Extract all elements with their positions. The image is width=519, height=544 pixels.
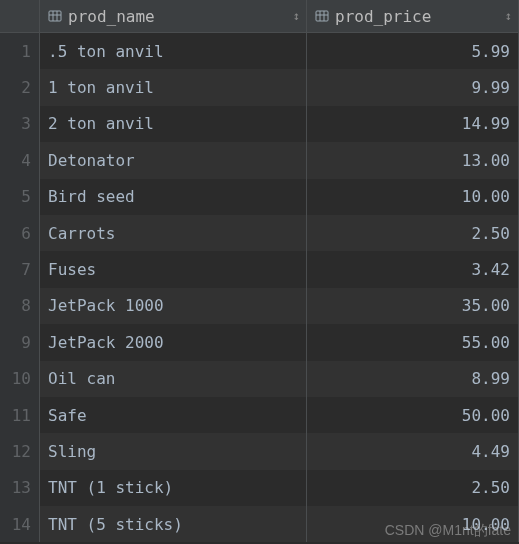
- cell-value: 55.00: [462, 333, 510, 352]
- row-number: 7: [0, 251, 40, 287]
- row-number: 1: [0, 33, 40, 69]
- cell-prod-name[interactable]: Safe: [40, 397, 307, 433]
- cell-prod-price[interactable]: 14.99: [307, 106, 519, 142]
- cell-value: 10.00: [462, 515, 510, 534]
- cell-prod-price[interactable]: 8.99: [307, 361, 519, 397]
- cell-prod-name[interactable]: TNT (5 sticks): [40, 506, 307, 542]
- cell-value: TNT (1 stick): [48, 478, 173, 497]
- cell-value: 4.49: [471, 442, 510, 461]
- cell-prod-name[interactable]: 1 ton anvil: [40, 69, 307, 105]
- row-number: 13: [0, 470, 40, 506]
- row-number: 12: [0, 433, 40, 469]
- cell-prod-name[interactable]: Sling: [40, 433, 307, 469]
- cell-prod-price[interactable]: 9.99: [307, 69, 519, 105]
- cell-prod-price[interactable]: 3.42: [307, 251, 519, 287]
- cell-prod-name[interactable]: JetPack 1000: [40, 288, 307, 324]
- cell-prod-name[interactable]: Oil can: [40, 361, 307, 397]
- result-table: prod_name ↕ prod_price ↕: [0, 0, 519, 33]
- svg-rect-0: [49, 11, 61, 21]
- row-number-header: [0, 0, 40, 33]
- column-header-prod-price[interactable]: prod_price ↕: [307, 0, 519, 33]
- cell-prod-name[interactable]: .5 ton anvil: [40, 33, 307, 69]
- row-number: 6: [0, 215, 40, 251]
- cell-value: Bird seed: [48, 187, 135, 206]
- cell-prod-name[interactable]: Bird seed: [40, 179, 307, 215]
- cell-value: 2.50: [471, 224, 510, 243]
- svg-rect-4: [316, 11, 328, 21]
- cell-value: JetPack 2000: [48, 333, 164, 352]
- cell-value: 13.00: [462, 151, 510, 170]
- cell-prod-name[interactable]: Detonator: [40, 142, 307, 178]
- column-type-icon: [48, 9, 62, 23]
- cell-value: 2 ton anvil: [48, 114, 154, 133]
- row-number: 5: [0, 179, 40, 215]
- cell-prod-price[interactable]: 10.00: [307, 179, 519, 215]
- cell-prod-name[interactable]: Fuses: [40, 251, 307, 287]
- cell-value: JetPack 1000: [48, 296, 164, 315]
- sort-icon[interactable]: ↕: [499, 9, 518, 23]
- cell-value: TNT (5 sticks): [48, 515, 183, 534]
- column-label: prod_name: [68, 7, 287, 26]
- cell-value: Carrots: [48, 224, 115, 243]
- cell-prod-price[interactable]: 50.00: [307, 397, 519, 433]
- cell-prod-name[interactable]: Carrots: [40, 215, 307, 251]
- row-number: 9: [0, 324, 40, 360]
- cell-prod-price[interactable]: 10.00: [307, 506, 519, 542]
- cell-value: Sling: [48, 442, 96, 461]
- cell-value: 14.99: [462, 114, 510, 133]
- cell-prod-price[interactable]: 13.00: [307, 142, 519, 178]
- cell-value: Safe: [48, 406, 87, 425]
- row-number: 14: [0, 506, 40, 542]
- cell-prod-price[interactable]: 4.49: [307, 433, 519, 469]
- cell-value: 9.99: [471, 78, 510, 97]
- cell-value: 8.99: [471, 369, 510, 388]
- cell-prod-price[interactable]: 35.00: [307, 288, 519, 324]
- cell-value: 10.00: [462, 187, 510, 206]
- cell-value: 50.00: [462, 406, 510, 425]
- cell-value: 3.42: [471, 260, 510, 279]
- cell-value: Detonator: [48, 151, 135, 170]
- row-number: 10: [0, 361, 40, 397]
- cell-prod-name[interactable]: 2 ton anvil: [40, 106, 307, 142]
- cell-value: Oil can: [48, 369, 115, 388]
- row-number: 2: [0, 69, 40, 105]
- cell-value: 1 ton anvil: [48, 78, 154, 97]
- cell-prod-price[interactable]: 2.50: [307, 470, 519, 506]
- column-header-prod-name[interactable]: prod_name ↕: [40, 0, 307, 33]
- cell-value: 35.00: [462, 296, 510, 315]
- cell-prod-price[interactable]: 5.99: [307, 33, 519, 69]
- cell-prod-name[interactable]: TNT (1 stick): [40, 470, 307, 506]
- row-number: 8: [0, 288, 40, 324]
- cell-value: 2.50: [471, 478, 510, 497]
- row-number: 11: [0, 397, 40, 433]
- cell-prod-price[interactable]: 2.50: [307, 215, 519, 251]
- cell-prod-name[interactable]: JetPack 2000: [40, 324, 307, 360]
- cell-value: .5 ton anvil: [48, 42, 164, 61]
- cell-value: 5.99: [471, 42, 510, 61]
- cell-prod-price[interactable]: 55.00: [307, 324, 519, 360]
- column-type-icon: [315, 9, 329, 23]
- column-label: prod_price: [335, 7, 499, 26]
- sort-icon[interactable]: ↕: [287, 9, 306, 23]
- row-number: 3: [0, 106, 40, 142]
- cell-value: Fuses: [48, 260, 96, 279]
- row-number: 4: [0, 142, 40, 178]
